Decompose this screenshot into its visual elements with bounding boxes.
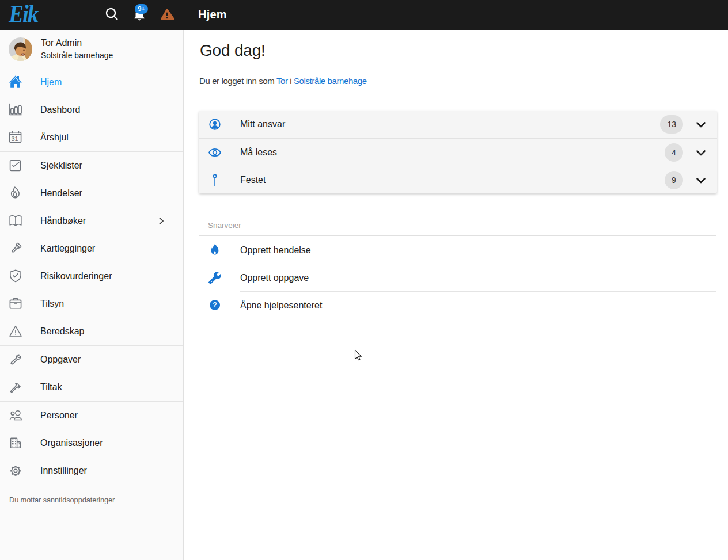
- svg-text:?: ?: [213, 301, 217, 309]
- svg-text:31: 31: [11, 135, 18, 142]
